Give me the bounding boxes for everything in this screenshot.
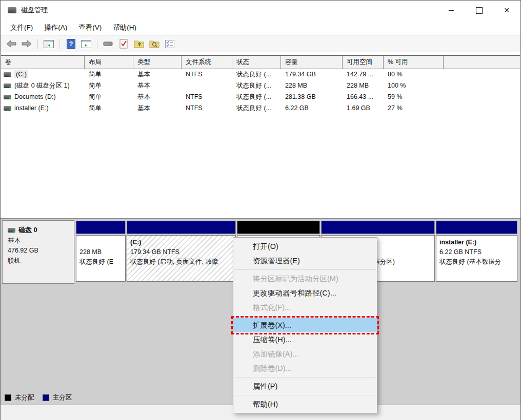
disk-icon [8, 228, 15, 233]
disk-status: 联机 [8, 256, 69, 266]
menu-help[interactable]: 帮助(H) [107, 21, 142, 34]
menu-item-properties[interactable]: 属性(P) [233, 379, 377, 393]
partition-color-bar [436, 221, 517, 234]
menu-item-extend-volume[interactable]: 扩展卷(X)... [233, 318, 377, 332]
folder-search-icon[interactable] [148, 38, 161, 50]
menu-item-change-drive-letter[interactable]: 更改驱动器号和路径(C)... [233, 286, 377, 300]
checklist-icon[interactable] [163, 38, 176, 50]
partition-e[interactable]: installer (E:) 6.22 GB NTFS 状态良好 (基本数据分 [436, 221, 517, 283]
disk-management-window: 磁盘管理 ─ ✕ 文件(F) 操作(A) 查看(V) 帮助(H) ? [0, 0, 521, 420]
free-cell: 228 MB [343, 80, 384, 91]
fs-cell: NTFS [182, 102, 232, 114]
maximize-button[interactable] [465, 1, 493, 20]
status-cell: 状态良好 (... [232, 91, 281, 102]
menu-separator [234, 269, 376, 270]
disk-size: 476.92 GB [8, 246, 69, 256]
disk0-info-block[interactable]: 磁盘 0 基本 476.92 GB 联机 [2, 220, 74, 284]
type-cell: 基本 [133, 91, 182, 102]
menu-item-format: 格式化(F)... [233, 300, 377, 314]
disk-title: 磁盘 0 [18, 225, 37, 235]
partition-size: 6.22 GB NTFS [439, 247, 514, 257]
status-cell: 状态良好 (... [232, 80, 281, 91]
column-header-filesystem[interactable]: 文件系统 [182, 56, 232, 69]
capacity-cell: 179.34 GB [281, 69, 343, 80]
volume-rows: (C:) 简单 基本 NTFS 状态良好 (... 179.34 GB 142.… [1, 69, 520, 114]
column-header-layout[interactable]: 布局 [85, 56, 133, 69]
fs-cell: NTFS [182, 91, 232, 102]
table-row[interactable]: Documets (D:) 简单 基本 NTFS 状态良好 (... 281.3… [1, 91, 520, 102]
menu-item-help[interactable]: 帮助(H) [233, 397, 377, 411]
column-header-capacity[interactable]: 容量 [281, 56, 343, 69]
action-pane-icon[interactable] [79, 38, 93, 50]
status-cell: 状态良好 (... [232, 69, 281, 80]
fs-cell [182, 80, 232, 91]
column-header-type[interactable]: 类型 [133, 56, 182, 69]
partition-color-bar [76, 221, 126, 234]
menu-view[interactable]: 查看(V) [73, 21, 107, 34]
layout-cell: 简单 [85, 69, 133, 80]
type-cell: 基本 [133, 102, 182, 114]
back-icon[interactable] [5, 38, 18, 50]
partition-status: 状态良好 (E [79, 257, 122, 267]
pct-cell: 59 % [384, 91, 444, 102]
table-row[interactable]: (C:) 简单 基本 NTFS 状态良好 (... 179.34 GB 142.… [1, 69, 520, 80]
column-header-blank [444, 56, 520, 69]
partition-size: 179.34 GB NTFS [130, 247, 232, 257]
partition-status: 状态良好 (启动, 页面文件, 故障 [130, 257, 232, 267]
menu-action[interactable]: 操作(A) [38, 21, 73, 34]
folder-up-icon[interactable] [132, 38, 146, 50]
volume-name-cell: (C:) [1, 69, 85, 80]
primary-partition-swatch [43, 394, 49, 401]
layout-cell: 简单 [85, 91, 133, 102]
context-menu: 打开(O) 资源管理器(E) 将分区标记为活动分区(M) 更改驱动器号和路径(C… [233, 237, 377, 413]
check-document-icon[interactable] [117, 38, 130, 50]
unallocated-swatch [5, 394, 11, 401]
partition-c[interactable]: (C:) 179.34 GB NTFS 状态良好 (启动, 页面文件, 故障 [127, 221, 236, 283]
rescan-disks-icon[interactable] [102, 38, 115, 50]
extend-volume-annotation: 扩展卷(X)... [233, 318, 377, 332]
capacity-cell: 281.38 GB [281, 91, 343, 102]
partition-status: 状态良好 (基本数据分 [439, 257, 514, 267]
partition-system-reserved[interactable]: 228 MB 状态良好 (E [76, 221, 126, 283]
fs-cell: NTFS [182, 69, 232, 80]
toolbar-separator [37, 39, 38, 49]
pct-cell: 27 % [384, 102, 444, 114]
type-cell: 基本 [133, 80, 182, 91]
volume-name-cell: (磁盘 0 磁盘分区 1) [1, 80, 85, 91]
window-title: 磁盘管理 [21, 6, 48, 15]
partition-color-bar [127, 221, 236, 234]
menu-item-delete-volume: 删除卷(D)... [233, 361, 377, 375]
column-header-free-space[interactable]: 可用空间 [343, 56, 384, 69]
table-row[interactable]: installer (E:) 简单 基本 NTFS 状态良好 (... 6.22… [1, 102, 520, 114]
table-row[interactable]: (磁盘 0 磁盘分区 1) 简单 基本 状态良好 (... 228 MB 228… [1, 80, 520, 91]
volume-icon [4, 72, 11, 77]
menu-item-add-mirror: 添加镜像(A)... [233, 347, 377, 361]
menu-item-open[interactable]: 打开(O) [233, 239, 377, 254]
close-button[interactable]: ✕ [493, 1, 520, 20]
capacity-cell: 228 MB [281, 80, 343, 91]
menu-separator [234, 395, 376, 395]
svg-text:?: ? [69, 40, 73, 48]
minimize-button[interactable]: ─ [437, 1, 465, 20]
legend-primary-partition: 主分区 [43, 393, 72, 402]
forward-icon[interactable] [20, 38, 33, 50]
menu-file[interactable]: 文件(F) [5, 21, 38, 34]
help-icon[interactable]: ? [64, 38, 77, 50]
console-tree-icon[interactable] [42, 38, 55, 50]
menu-separator [234, 316, 376, 317]
toolbar: ? [1, 36, 520, 52]
menu-bar: 文件(F) 操作(A) 查看(V) 帮助(H) [1, 20, 520, 36]
partition-size: 228 MB [79, 247, 122, 257]
disk-type: 基本 [8, 236, 69, 246]
column-header-pct-free[interactable]: % 可用 [384, 56, 444, 69]
free-cell: 1.69 GB [343, 102, 384, 114]
layout-cell: 简单 [85, 102, 133, 114]
column-header-volume[interactable]: 卷 [1, 56, 85, 69]
maximize-icon [476, 7, 483, 14]
column-header-status[interactable]: 状态 [232, 56, 281, 69]
menu-item-shrink-volume[interactable]: 压缩卷(H)... [233, 332, 377, 347]
window-controls: ─ ✕ [437, 1, 520, 20]
menu-item-explorer[interactable]: 资源管理器(E) [233, 254, 377, 268]
volume-table-header: 卷 布局 类型 文件系统 状态 容量 可用空间 % 可用 [1, 55, 520, 69]
volume-icon [4, 83, 11, 88]
